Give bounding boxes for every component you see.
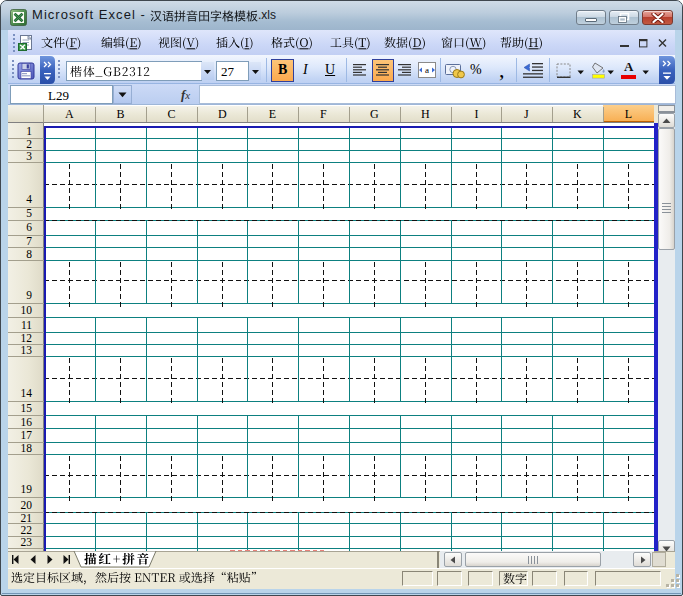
svg-text:a: a: [425, 65, 429, 75]
